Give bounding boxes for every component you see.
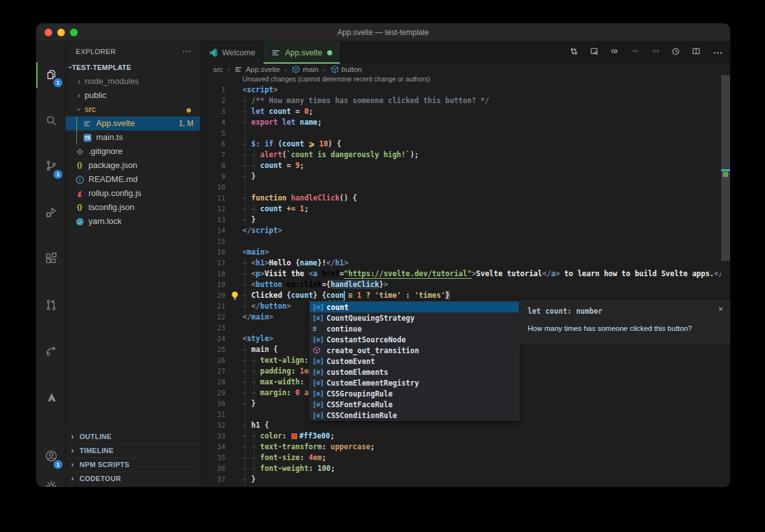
section-codetour[interactable]: ›CODETOUR: [66, 472, 200, 486]
open-preview-icon[interactable]: [590, 47, 601, 59]
code-line-10[interactable]: 10: [200, 182, 721, 193]
more-actions-icon[interactable]: [712, 47, 724, 59]
tree-item-tsconfig-json[interactable]: {}tsconfig.json: [66, 200, 200, 214]
breadcrumb-item-src[interactable]: src: [213, 66, 223, 73]
suggest-item-constantsourcenode[interactable]: [⊘]ConstantSourceNode: [310, 334, 519, 345]
activity-item-explorer[interactable]: 1: [36, 60, 66, 90]
activity-item-settings[interactable]: [36, 472, 66, 487]
lightbulb-icon[interactable]: [230, 291, 240, 301]
activity-item-azure[interactable]: [36, 384, 66, 413]
activity-item-search[interactable]: [36, 107, 66, 136]
tab-welcome[interactable]: Welcome: [200, 41, 263, 64]
activity-item-live-share[interactable]: [36, 337, 66, 367]
line-number: 1: [200, 85, 225, 95]
unsaved-dot: [327, 50, 332, 55]
code-line-11[interactable]: 11→ function handleClick() {: [200, 193, 721, 204]
code-line-4[interactable]: 4→ export let name;: [200, 117, 721, 128]
code-line-1[interactable]: 1<script>: [200, 85, 721, 95]
suggest-item-create_out_transition[interactable]: create_out_transition: [310, 345, 519, 356]
code-line-20[interactable]: 20→ Clicked {count} {coun ≡ 1 ? 'time' :…: [200, 290, 721, 301]
chevron-right-icon: ›: [76, 88, 82, 102]
github-pr-icon: [45, 298, 58, 314]
code-line-14[interactable]: 14</script>: [200, 225, 721, 236]
suggest-item-customevent[interactable]: [⊘]CustomEvent: [310, 356, 519, 367]
code-line-34[interactable]: 34→ → text-transform: uppercase;: [200, 442, 721, 452]
activity-item-run-debug[interactable]: [36, 199, 66, 228]
code-line-18[interactable]: 18→ <p>Visit the <a href="https://svelte…: [200, 269, 721, 279]
code-line-19[interactable]: 19→ <button on:click={handleClick}>: [200, 279, 721, 290]
code-line-15[interactable]: 15: [200, 236, 721, 247]
color-swatch[interactable]: [291, 433, 297, 439]
open-changes-icon[interactable]: [570, 47, 581, 59]
activity-item-source-control[interactable]: 1: [36, 152, 66, 181]
editor-actions: [570, 41, 724, 64]
code-line-36[interactable]: 36→ → font-weight: 100;: [200, 463, 721, 474]
code-line-8[interactable]: 8→ → count = 9;: [200, 160, 721, 171]
code-line-5[interactable]: 5: [200, 128, 721, 139]
file-history-icon[interactable]: [671, 47, 683, 59]
suggest-item-count[interactable]: [⊘]count: [310, 302, 519, 312]
views-and-more-actions-button[interactable]: ⋯: [182, 41, 191, 60]
file-label: node_modules: [85, 74, 139, 88]
tree-item--gitignore[interactable]: .gitignore: [66, 144, 200, 158]
previous-change-icon[interactable]: [610, 47, 622, 59]
code-line-32[interactable]: 32→ h1 {: [200, 420, 721, 431]
extensions-icon: [45, 252, 58, 268]
code-line-3[interactable]: 3→ let count = 0;: [200, 106, 721, 117]
section-npm-scripts[interactable]: ›NPM SCRIPTS: [66, 458, 200, 472]
code-line-35[interactable]: 35→ → font-size: 4em;: [200, 452, 721, 463]
line-number: 20: [200, 290, 225, 301]
suggest-label: CustomElementRegistry: [326, 379, 419, 388]
code-line-12[interactable]: 12→ → count += 1;: [200, 204, 721, 214]
tree-item-node-modules[interactable]: ›node_modules: [66, 74, 200, 88]
breadcrumb-item-button[interactable]: button: [330, 65, 362, 74]
activity-item-accounts[interactable]: 1: [36, 442, 66, 472]
suggest-item-countqueuingstrategy[interactable]: [⊘]CountQueuingStrategy: [310, 312, 519, 323]
titlebar[interactable]: App.svelte — test-template: [36, 24, 730, 41]
suggest-item-cssconditionrule[interactable]: [⊘]CSSConditionRule: [310, 410, 519, 421]
suggest-item-continue[interactable]: ≡continue: [310, 323, 519, 334]
section-timeline[interactable]: ›TIMELINE: [66, 444, 200, 458]
code-line-2[interactable]: 2→ /** How many times has someone clicke…: [200, 95, 721, 106]
code-line-16[interactable]: 16<main>: [200, 247, 721, 258]
section-outline[interactable]: ›OUTLINE: [66, 430, 200, 444]
variable-symbol-icon: [⊘]: [312, 336, 326, 343]
code-line-13[interactable]: 13→ }: [200, 214, 721, 225]
code-editor[interactable]: Unsaved changes (cannot determine recent…: [200, 74, 721, 487]
code-line-9[interactable]: 9→ }: [200, 171, 721, 182]
tree-root-folder[interactable]: ›TEST-TEMPLATE: [66, 60, 200, 74]
text-cursor: [344, 291, 345, 300]
tree-item-public[interactable]: ›public: [66, 88, 200, 102]
split-editor-icon[interactable]: [692, 47, 703, 59]
codelens-unsaved-changes[interactable]: Unsaved changes (cannot determine recent…: [200, 74, 721, 85]
code-line-6[interactable]: 6→ $: if (count ⩾ 10) {: [200, 139, 721, 150]
suggest-item-customelements[interactable]: [⊘]customElements: [310, 367, 519, 377]
code-line-7[interactable]: 7→ → alert(`count is dangerously high!`)…: [200, 150, 721, 160]
tab-app-svelte[interactable]: App.svelte: [263, 41, 340, 64]
editor-scrollbar[interactable]: [721, 75, 730, 261]
code-line-37[interactable]: 37→ }: [200, 474, 721, 485]
suggest-label: ConstantSourceNode: [326, 335, 406, 344]
tree-item-readme-md[interactable]: README.md: [66, 172, 200, 186]
tree-item-package-json[interactable]: {}package.json: [66, 158, 200, 172]
tree-item-yarn-lock[interactable]: yarn.lock: [66, 214, 200, 228]
overview-ruler-marker: [723, 172, 728, 177]
activity-item-extensions[interactable]: [36, 245, 66, 274]
breadcrumb-item-app-svelte[interactable]: App.svelte: [234, 65, 280, 74]
suggest-item-customelementregistry[interactable]: [⊘]CustomElementRegistry: [310, 377, 519, 388]
breadcrumb-item-main[interactable]: main: [291, 65, 319, 74]
suggest-doc-text: How many times has someone clicked this …: [520, 316, 729, 332]
activity-item-github-pr[interactable]: [36, 291, 66, 321]
line-number: 7: [200, 150, 225, 160]
tree-item-rollup-config-js[interactable]: rollup.config.js: [66, 186, 200, 200]
close-icon[interactable]: ×: [718, 304, 723, 314]
code-line-33[interactable]: 33→ → color: #ff3e00;: [200, 431, 721, 442]
suggest-item-cssgroupingrule[interactable]: [⊘]CSSGroupingRule: [310, 388, 519, 399]
line-number: 35: [200, 452, 225, 463]
variable-symbol-icon: [⊘]: [312, 401, 326, 408]
tree-item-main-ts[interactable]: TSmain.ts: [66, 130, 200, 144]
code-line-17[interactable]: 17→ <h1>Hello {name}!</h1>: [200, 258, 721, 269]
tree-item-app-svelte[interactable]: App.svelte1, M: [66, 116, 200, 130]
suggest-item-cssfontfacerule[interactable]: [⊘]CSSFontFaceRule: [310, 399, 519, 410]
tree-item-src[interactable]: ›src: [66, 102, 200, 116]
